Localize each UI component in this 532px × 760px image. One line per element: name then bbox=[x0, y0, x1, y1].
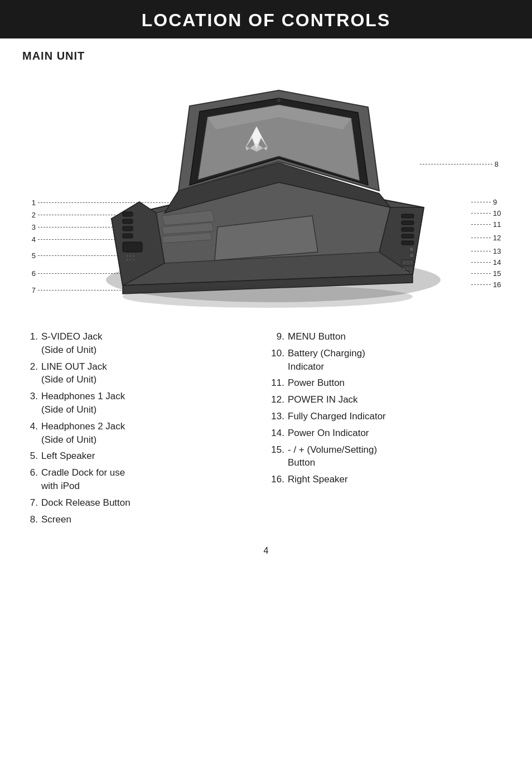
callout-10: 10 bbox=[471, 207, 504, 219]
laptop-diagram bbox=[67, 74, 468, 308]
right-list: 9. MENU Button 10. Battery (Charging)Ind… bbox=[269, 330, 499, 486]
svg-point-20 bbox=[404, 268, 405, 270]
list-item: 4. Headphones 2 Jack(Side of Unit) bbox=[22, 420, 252, 447]
list-item: 3. Headphones 1 Jack(Side of Unit) bbox=[22, 390, 252, 417]
svg-point-24 bbox=[407, 272, 409, 274]
svg-point-25 bbox=[410, 272, 412, 274]
svg-rect-16 bbox=[402, 241, 414, 245]
svg-point-22 bbox=[410, 268, 412, 270]
svg-point-26 bbox=[277, 98, 281, 103]
svg-rect-15 bbox=[402, 234, 414, 238]
svg-point-27 bbox=[123, 285, 413, 308]
list-item: 2. LINE OUT Jack(Side of Unit) bbox=[22, 360, 252, 387]
list-item: 11. Power Button bbox=[269, 376, 499, 390]
svg-rect-5 bbox=[123, 242, 142, 252]
svg-point-17 bbox=[409, 247, 414, 251]
list-item: 15. - / + (Volume/Setting)Button bbox=[269, 443, 499, 470]
svg-rect-4 bbox=[123, 234, 133, 238]
svg-rect-13 bbox=[402, 221, 414, 225]
main-unit-label: MAIN UNIT bbox=[22, 50, 510, 62]
svg-point-21 bbox=[407, 268, 409, 270]
list-item: 10. Battery (Charging)Indicator bbox=[269, 347, 499, 374]
svg-point-10 bbox=[130, 259, 132, 261]
list-item: 13. Fully Charged Indicator bbox=[269, 410, 499, 423]
svg-rect-2 bbox=[123, 219, 133, 224]
svg-rect-12 bbox=[402, 214, 414, 218]
page-number: 4 bbox=[22, 546, 510, 556]
list-item: 9. MENU Button bbox=[269, 330, 499, 343]
svg-point-9 bbox=[127, 259, 128, 261]
callout-16: 16 bbox=[471, 279, 504, 290]
callout-11: 11 bbox=[471, 219, 504, 230]
list-item: 7. Dock Release Button bbox=[22, 496, 252, 510]
svg-rect-19 bbox=[402, 260, 414, 265]
callout-9: 9 bbox=[471, 196, 504, 207]
items-col-left: 1. S-VIDEO Jack(Side of Unit) 2. LINE OU… bbox=[22, 330, 263, 529]
diagram-area: 1 2 3 4 5 6 7 bbox=[22, 68, 510, 313]
list-item: 1. S-VIDEO Jack(Side of Unit) bbox=[22, 330, 252, 357]
svg-rect-14 bbox=[402, 227, 414, 231]
callout-15: 15 bbox=[471, 268, 504, 279]
callout-right: 9 10 11 12 13 14 bbox=[471, 196, 504, 290]
list-item: 8. Screen bbox=[22, 513, 252, 526]
left-list: 1. S-VIDEO Jack(Side of Unit) 2. LINE OU… bbox=[22, 330, 252, 526]
callout-12: 12 bbox=[471, 230, 504, 245]
callout-14: 14 bbox=[471, 256, 504, 268]
page-title: LOCATION OF CONTROLS bbox=[0, 10, 532, 31]
list-item: 12. POWER IN Jack bbox=[269, 393, 499, 406]
items-col-right: 9. MENU Button 10. Battery (Charging)Ind… bbox=[263, 330, 510, 529]
svg-point-7 bbox=[130, 255, 132, 257]
svg-rect-1 bbox=[123, 212, 133, 216]
items-section: 1. S-VIDEO Jack(Side of Unit) 2. LINE OU… bbox=[22, 330, 510, 529]
svg-point-8 bbox=[133, 255, 135, 257]
page-header: LOCATION OF CONTROLS bbox=[0, 0, 532, 38]
list-item: 14. Power On Indicator bbox=[269, 427, 499, 440]
list-item: 6. Cradle Dock for usewith iPod bbox=[22, 466, 252, 493]
svg-point-23 bbox=[404, 272, 405, 274]
svg-point-6 bbox=[127, 255, 128, 257]
callout-13: 13 bbox=[471, 245, 504, 256]
svg-point-18 bbox=[409, 253, 414, 258]
list-item: 5. Left Speaker bbox=[22, 449, 252, 463]
svg-rect-3 bbox=[123, 226, 133, 231]
svg-point-11 bbox=[133, 259, 135, 261]
list-item: 16. Right Speaker bbox=[269, 473, 499, 486]
